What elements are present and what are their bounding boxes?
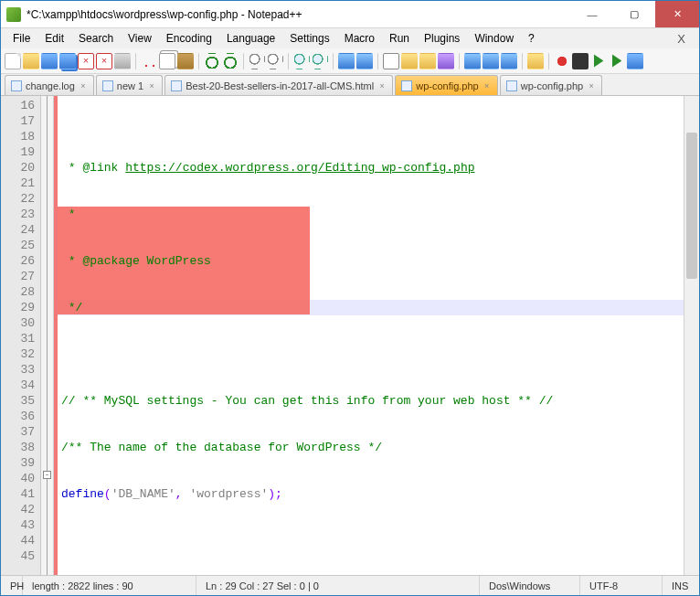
fold-margin[interactable]: - — [41, 96, 54, 575]
toolbar: × × — [1, 48, 699, 74]
close-all-icon[interactable]: × — [96, 53, 112, 69]
tab-wp-config-2[interactable]: wp-config.php× — [500, 75, 603, 95]
menu-bar: File Edit Search View Encoding Language … — [1, 28, 699, 48]
user-lang-icon[interactable] — [438, 53, 454, 69]
title-bar: *C:\xampp\htdocs\wordpress\wp-config.php… — [1, 1, 699, 28]
menu-settings[interactable]: Settings — [283, 30, 335, 47]
status-length: length : 2822 lines : 90 — [23, 576, 196, 595]
tab-label: wp-config.php — [521, 80, 584, 91]
window-controls: — ▢ ✕ — [571, 1, 699, 27]
show-chars-icon[interactable] — [401, 53, 418, 69]
tab-label: Best-20-Best-sellers-in-2017-all-CMS.htm… — [186, 80, 374, 91]
cut-icon[interactable] — [141, 53, 157, 69]
menu-plugins[interactable]: Plugins — [418, 30, 466, 47]
open-file-icon[interactable] — [23, 53, 39, 69]
folder-tree-icon[interactable] — [501, 53, 517, 69]
toolbar-separator — [243, 53, 244, 69]
undo-icon[interactable] — [204, 53, 220, 69]
close-window-button[interactable]: ✕ — [655, 1, 699, 27]
line-number-gutter: 1617181920212223242526272829303132333435… — [1, 96, 41, 575]
minimize-button[interactable]: — — [571, 1, 613, 27]
close-doc-button[interactable]: X — [671, 30, 692, 48]
toolbar-separator — [459, 53, 460, 69]
editor: 1617181920212223242526272829303132333435… — [1, 96, 699, 575]
toolbar-separator — [198, 53, 199, 69]
vertical-scrollbar[interactable] — [684, 96, 699, 575]
macro-save-icon[interactable] — [627, 53, 643, 69]
scrollbar-thumb[interactable] — [686, 133, 697, 279]
status-language: PH — [1, 576, 23, 595]
toolbar-separator — [377, 53, 378, 69]
tab-close-icon[interactable]: × — [79, 81, 88, 90]
window-title: *C:\xampp\htdocs\wordpress\wp-config.php… — [27, 8, 571, 21]
zoom-out-icon[interactable] — [312, 53, 328, 69]
macro-play-multi-icon[interactable] — [609, 53, 625, 69]
menu-macro[interactable]: Macro — [338, 30, 381, 47]
menu-view[interactable]: View — [122, 30, 158, 47]
status-insert-mode[interactable]: INS — [663, 576, 699, 595]
status-position: Ln : 29 Col : 27 Sel : 0 | 0 — [196, 576, 480, 595]
menu-help[interactable]: ? — [522, 30, 541, 47]
new-file-icon[interactable] — [5, 53, 21, 69]
tab-new-1[interactable]: new 1× — [96, 75, 163, 95]
tab-best-sellers[interactable]: Best-20-Best-sellers-in-2017-all-CMS.htm… — [164, 75, 393, 95]
status-encoding[interactable]: UTF-8 — [580, 576, 663, 595]
save-all-icon[interactable] — [59, 53, 76, 69]
tab-wp-config-active[interactable]: wp-config.php× — [395, 75, 498, 95]
doc-map-icon[interactable] — [464, 53, 481, 69]
status-bar: PH length : 2822 lines : 90 Ln : 29 Col … — [1, 575, 699, 595]
zoom-in-icon[interactable] — [293, 53, 310, 69]
func-list-icon[interactable] — [483, 53, 499, 69]
status-eol[interactable]: Dos\Windows — [480, 576, 580, 595]
redo-icon[interactable] — [222, 53, 239, 69]
paste-icon[interactable] — [177, 53, 194, 69]
toolbar-separator — [548, 53, 549, 69]
file-icon — [401, 80, 412, 91]
toolbar-separator — [288, 53, 289, 69]
sync-h-icon[interactable] — [356, 53, 373, 69]
menu-language[interactable]: Language — [220, 30, 281, 47]
tab-close-icon[interactable]: × — [587, 81, 596, 90]
toolbar-separator — [333, 53, 334, 69]
tab-change-log[interactable]: change.log× — [5, 75, 94, 95]
tab-close-icon[interactable]: × — [147, 81, 156, 90]
menu-file[interactable]: File — [6, 30, 37, 47]
print-icon[interactable] — [114, 53, 131, 69]
indent-guide-icon[interactable] — [419, 53, 436, 69]
macro-play-icon[interactable] — [590, 53, 607, 69]
tab-bar: change.log× new 1× Best-20-Best-sellers-… — [1, 74, 699, 96]
find-icon[interactable] — [249, 53, 265, 69]
file-icon — [506, 80, 517, 91]
fold-box-icon[interactable]: - — [43, 471, 51, 479]
tab-label: wp-config.php — [416, 80, 479, 91]
tab-close-icon[interactable]: × — [483, 81, 492, 90]
copy-icon[interactable] — [159, 53, 175, 69]
tab-label: new 1 — [117, 80, 143, 91]
macro-stop-icon[interactable] — [572, 53, 589, 69]
app-icon — [6, 7, 21, 22]
sync-v-icon[interactable] — [338, 53, 355, 69]
menu-search[interactable]: Search — [72, 30, 120, 47]
monitor-icon[interactable] — [527, 53, 544, 69]
file-icon — [102, 80, 113, 91]
menu-edit[interactable]: Edit — [38, 30, 70, 47]
menu-encoding[interactable]: Encoding — [160, 30, 218, 47]
toolbar-separator — [522, 53, 523, 69]
code-area[interactable]: * @link https://codex.wordpress.org/Edit… — [58, 96, 684, 575]
close-file-icon[interactable]: × — [78, 53, 94, 69]
maximize-button[interactable]: ▢ — [613, 1, 655, 27]
toolbar-separator — [135, 53, 136, 69]
menu-window[interactable]: Window — [468, 30, 520, 47]
save-icon[interactable] — [41, 53, 58, 69]
menu-run[interactable]: Run — [383, 30, 416, 47]
word-wrap-icon[interactable] — [383, 53, 399, 69]
replace-icon[interactable] — [267, 53, 283, 69]
tab-label: change.log — [26, 80, 75, 91]
file-icon — [11, 80, 22, 91]
file-icon — [171, 80, 182, 91]
macro-record-icon[interactable] — [554, 53, 570, 69]
tab-close-icon[interactable]: × — [377, 81, 387, 90]
